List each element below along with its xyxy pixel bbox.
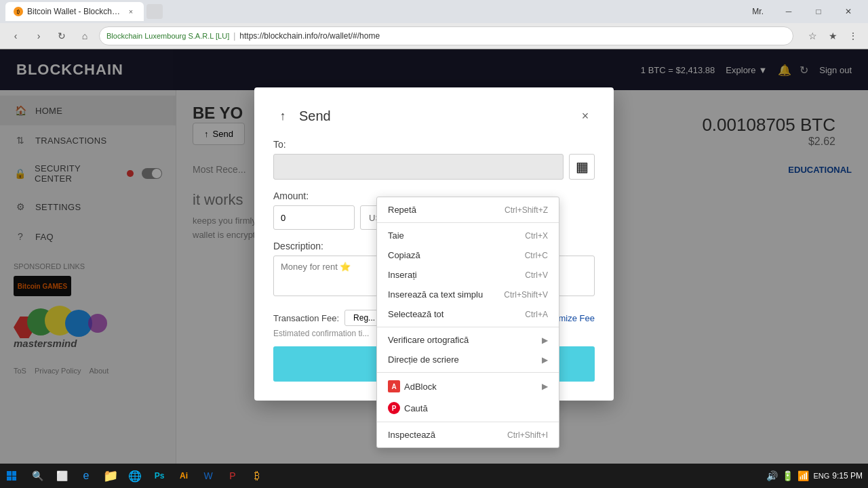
ctx-item-inspecteza[interactable]: Inspectează Ctrl+Shift+I	[377, 425, 559, 445]
window-controls: ─ □ ✕	[774, 2, 863, 21]
taskbar-ie[interactable]: e	[75, 464, 98, 487]
browser-tab[interactable]: ₿ Bitcoin Wallet - Blockcha... ×	[5, 2, 144, 21]
ctx-label-repeta: Repetă	[388, 205, 505, 215]
taskbar: 🔍 ⬜ e 📁 🌐 Ps Ai W P ₿ 🔊 🔋 📶 ENG 9:15 PM	[0, 464, 868, 488]
ctx-label-inserati: Inserați	[388, 270, 525, 280]
bookmark-button[interactable]: ★	[825, 28, 841, 44]
browser-chrome: ₿ Bitcoin Wallet - Blockcha... × Mr. ─ □…	[0, 0, 868, 49]
modal-title: Send	[299, 108, 331, 124]
taskbar-task-view[interactable]: ⬜	[50, 464, 73, 487]
to-field: To: ▦	[273, 139, 595, 180]
taskbar-word[interactable]: W	[197, 464, 220, 487]
ctx-shortcut-repeta: Ctrl+Shift+Z	[505, 205, 548, 215]
modal-header: ↑ Send ×	[273, 106, 595, 125]
ctx-shortcut-copiaza: Ctrl+C	[525, 251, 548, 260]
ctx-label-inspecteza: Inspectează	[388, 430, 507, 440]
taskbar-ai[interactable]: Ai	[172, 464, 195, 487]
fee-label: Transaction Fee:	[273, 313, 339, 323]
home-button[interactable]: ⌂	[76, 27, 94, 45]
forward-button[interactable]: ›	[30, 27, 47, 45]
ctx-sep-2	[377, 327, 559, 327]
secure-indicator: Blockchain Luxembourg S.A.R.L [LU]	[106, 32, 229, 40]
taskbar-ps[interactable]: Ps	[148, 464, 171, 487]
to-input-row: ▦	[273, 154, 595, 180]
to-label: To:	[273, 139, 595, 150]
amount-input[interactable]	[273, 205, 355, 230]
address-bar[interactable]: Blockchain Luxembourg S.A.R.L [LU] | htt…	[99, 26, 793, 45]
ctx-shortcut-taie: Ctrl+X	[525, 231, 548, 241]
minimize-button[interactable]: ─	[774, 2, 803, 21]
ctx-sep-4	[377, 422, 559, 422]
ctx-item-adblock[interactable]: A AdBlock ▶	[377, 375, 559, 397]
taskbar-ppt[interactable]: P	[221, 464, 244, 487]
ctx-shortcut-inspecteza: Ctrl+Shift+I	[507, 430, 548, 440]
browser-actions: ☆ ★ ⋮	[804, 28, 861, 44]
windows-icon	[7, 471, 16, 481]
taskbar-folder[interactable]: 📁	[99, 464, 122, 487]
ctx-item-cauta[interactable]: P Caută	[377, 397, 559, 419]
modal-send-icon: ↑	[273, 106, 292, 125]
adblock-icon: A	[388, 380, 400, 392]
ctx-shortcut-insertext: Ctrl+Shift+V	[504, 290, 548, 300]
ctx-sep-3	[377, 372, 559, 373]
tab-title: Bitcoin Wallet - Blockcha...	[27, 7, 122, 16]
ctx-label-copiaza: Copiază	[388, 250, 525, 260]
to-input[interactable]	[273, 154, 564, 180]
ctx-arrow-adblock: ▶	[542, 382, 548, 391]
ctx-label-insertext: Inserează ca text simplu	[388, 289, 504, 300]
ctx-label-verificare: Verificare ortografică	[388, 335, 539, 345]
tray-network: 🔊	[766, 470, 778, 481]
menu-button[interactable]: ⋮	[845, 28, 861, 44]
browser-controls: ‹ › ↻ ⌂ Blockchain Luxembourg S.A.R.L [L…	[0, 23, 868, 49]
taskbar-chrome[interactable]: 🌐	[123, 464, 146, 487]
ctx-label-selecttot: Selectează tot	[388, 309, 525, 319]
ctx-sep-1	[377, 222, 559, 223]
ctx-label-directie: Direcție de scriere	[388, 354, 539, 365]
ctx-item-insertext[interactable]: Inserează ca text simplu Ctrl+Shift+V	[377, 285, 559, 304]
modal-close-button[interactable]: ×	[576, 106, 595, 125]
tray-battery: 📶	[797, 470, 809, 481]
ctx-item-verificare[interactable]: Verificare ortografică ▶	[377, 330, 559, 350]
browser-titlebar: ₿ Bitcoin Wallet - Blockcha... × Mr. ─ □…	[0, 0, 868, 23]
ctx-item-selecttot[interactable]: Selectează tot Ctrl+A	[377, 304, 559, 324]
ctx-arrow-verificare: ▶	[542, 336, 548, 345]
new-tab-button[interactable]	[146, 4, 163, 19]
ctx-label-cauta: Caută	[404, 403, 548, 413]
taskbar-search[interactable]: 🔍	[26, 464, 49, 487]
ctx-item-inserati[interactable]: Inserați Ctrl+V	[377, 265, 559, 285]
url-separator: |	[233, 31, 235, 41]
reload-button[interactable]: ↻	[53, 27, 71, 45]
tab-favicon: ₿	[14, 7, 23, 16]
context-menu: Repetă Ctrl+Shift+Z Taie Ctrl+X Copiază …	[376, 197, 559, 448]
tab-close-button[interactable]: ×	[126, 7, 136, 16]
qr-button[interactable]: ▦	[569, 154, 595, 180]
ctx-label-taie: Taie	[388, 230, 525, 241]
maximize-button[interactable]: □	[804, 2, 833, 21]
tray-time: 9:15 PM	[832, 471, 863, 481]
ctx-arrow-directie: ▶	[542, 355, 548, 365]
ctx-shortcut-selecttot: Ctrl+A	[525, 310, 548, 319]
tray-eng: ENG	[813, 472, 829, 480]
ctx-item-repeta[interactable]: Repetă Ctrl+Shift+Z	[377, 200, 559, 220]
taskbar-apps: 🔍 ⬜ e 📁 🌐 Ps Ai W P ₿	[23, 464, 271, 487]
close-button[interactable]: ✕	[834, 2, 863, 21]
qr-icon: ▦	[576, 159, 589, 175]
taskbar-start[interactable]	[0, 464, 23, 487]
address-url: https://blockchain.info/ro/wallet/#/home	[239, 31, 380, 41]
tray-volume: 🔋	[782, 470, 793, 481]
ctx-shortcut-inserati: Ctrl+V	[525, 270, 548, 280]
back-button[interactable]: ‹	[7, 27, 24, 45]
ctx-item-copiaza[interactable]: Copiază Ctrl+C	[377, 245, 559, 265]
taskbar-right: 🔊 🔋 📶 ENG 9:15 PM	[761, 470, 868, 481]
extensions-button[interactable]: ☆	[804, 28, 821, 44]
taskbar-coin[interactable]: ₿	[245, 464, 269, 487]
taskbar-tray: 🔊 🔋 📶 ENG	[766, 470, 829, 481]
ctx-item-directie[interactable]: Direcție de scriere ▶	[377, 350, 559, 369]
user-label: Mr.	[752, 7, 764, 16]
pinterest-icon: P	[388, 402, 400, 414]
ctx-label-adblock: AdBlock	[404, 382, 539, 392]
ctx-item-taie[interactable]: Taie Ctrl+X	[377, 226, 559, 245]
titlebar-right: Mr. ─ □ ✕	[752, 2, 863, 21]
